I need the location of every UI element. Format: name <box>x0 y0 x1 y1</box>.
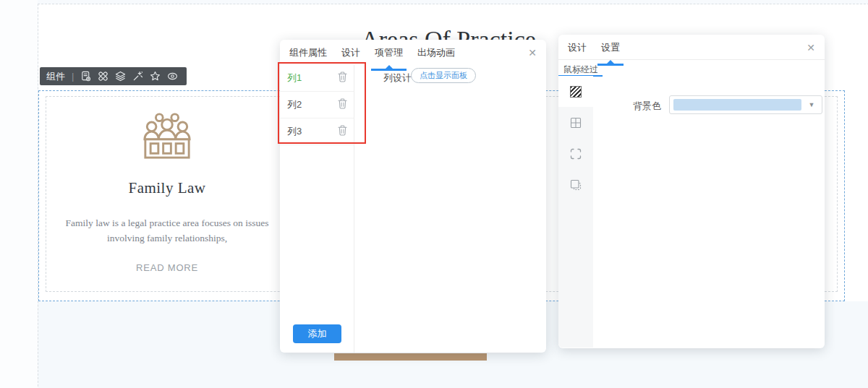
corner-brackets-icon[interactable] <box>558 138 593 169</box>
hatch-swatch <box>570 86 582 98</box>
tab-entrance-animation[interactable]: 出场动画 <box>417 46 455 65</box>
add-button[interactable]: 添加 <box>293 324 341 343</box>
padding-icon[interactable] <box>558 107 593 138</box>
chevron-down-icon[interactable]: ▼ <box>801 101 822 108</box>
favorite-icon[interactable] <box>150 71 161 82</box>
layers-icon[interactable] <box>115 71 126 82</box>
column-design-label: 列设计 <box>383 72 412 85</box>
family-law-card: Family Law Family law is a legal practic… <box>45 96 289 292</box>
editor-canvas: Areas Of Practice 组件 | Family Law Family… <box>0 0 868 388</box>
tab-sp-design[interactable]: 设计 <box>568 41 587 60</box>
family-group-icon <box>140 110 194 163</box>
background-fill-icon[interactable] <box>558 76 593 107</box>
component-drag-handle[interactable]: 组件 <box>46 70 65 83</box>
layered-squares-icon[interactable] <box>558 169 593 200</box>
dialog-close-icon[interactable]: ✕ <box>528 48 537 58</box>
settings-close-icon[interactable]: ✕ <box>807 43 815 53</box>
background-color-dropdown[interactable]: ▼ <box>669 95 822 114</box>
show-panel-button[interactable]: 点击显示面板 <box>411 68 476 83</box>
duplicate-icon[interactable] <box>80 71 91 82</box>
annotation-highlight-box <box>278 62 366 144</box>
tab-item-management[interactable]: 项管理 <box>375 46 403 65</box>
tab-sp-settings[interactable]: 设置 <box>601 41 620 60</box>
read-more-link[interactable]: READ MORE <box>136 262 198 273</box>
toolbar-separator: | <box>72 71 74 82</box>
dialog-tabbar: 组件属性 设计 项管理 出场动画 <box>280 40 546 65</box>
canvas-left-margin <box>0 0 38 388</box>
settings-panel: 设计 设置 ✕ 鼠标经过 背景色 ▼ <box>558 35 825 348</box>
background-color-label: 背景色 <box>633 100 661 113</box>
section-divider-bar <box>334 353 487 361</box>
cut-icon[interactable] <box>98 71 109 82</box>
settings-separator <box>558 59 825 60</box>
color-swatch <box>673 99 801 111</box>
settings-tabbar: 设计 设置 <box>558 35 825 60</box>
card-description: Family law is a legal practice area focu… <box>62 216 272 246</box>
card-title: Family Law <box>128 179 205 197</box>
component-toolbar: 组件 | <box>40 67 187 85</box>
magic-wand-icon[interactable] <box>132 71 143 82</box>
subtab-mouse-hover[interactable]: 鼠标经过 <box>563 64 598 76</box>
preview-icon[interactable] <box>167 71 178 82</box>
